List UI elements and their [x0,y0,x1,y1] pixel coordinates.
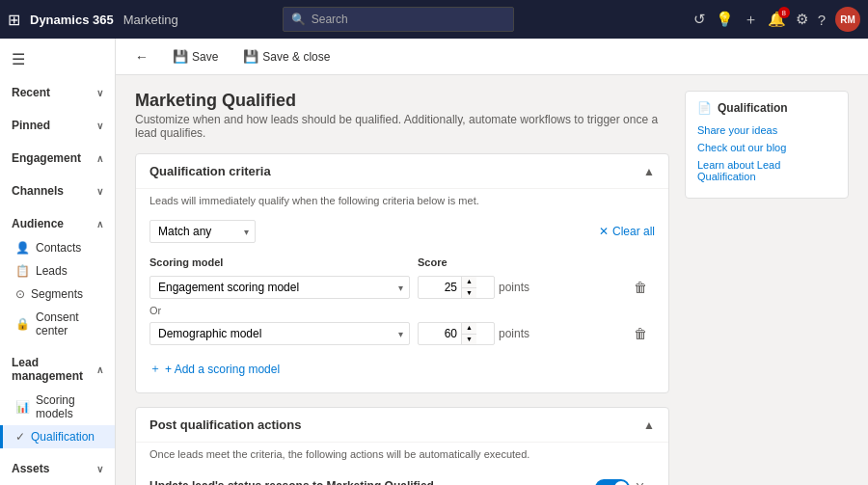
pinned-label: Pinned [12,119,50,132]
action-1-text-group: Update lead's status reasons to Marketin… [149,479,535,485]
delete-row-2-button[interactable]: 🗑 [626,326,655,341]
action-row-1: Update lead's status reasons to Marketin… [136,470,668,485]
recent-label: Recent [12,86,50,99]
scoring-model-header: Scoring model [149,256,410,268]
app-grid-icon[interactable]: ⊞ [8,11,20,29]
sidebar-group-assets-header[interactable]: Assets ∨ [0,456,115,481]
match-select-wrap[interactable]: Match any Match all [149,220,256,243]
side-panel-icon: 📄 [697,101,712,115]
lightbulb-icon[interactable]: 💡 [716,11,734,28]
search-icon: 🔍 [291,13,306,26]
sidebar-group-recent: Recent ∨ [0,76,115,109]
audience-label: Audience [12,217,64,230]
sidebar-group-audience-header[interactable]: Audience ∧ [0,211,115,236]
sidebar-group-channels: Channels ∨ [0,175,115,207]
add-scoring-model-button[interactable]: ＋ + Add a scoring model [136,355,293,383]
score-input-wrap-2: ▲ ▼ points [418,322,553,345]
sidebar-item-consent-center[interactable]: 🔒 Consent center [0,306,115,342]
sidebar-group-lead-management-header[interactable]: Lead management ∧ [0,350,115,389]
score-composite-1[interactable]: ▲ ▼ [418,276,495,299]
save-button[interactable]: 💾 Save [162,44,229,68]
scoring-model-select-1[interactable]: Engagement scoring model [149,276,410,299]
match-select[interactable]: Match any Match all [149,220,256,243]
score-composite-2[interactable]: ▲ ▼ [418,322,495,345]
side-panel-link-1[interactable]: Share your ideas [697,124,836,136]
qualification-label: Qualification [31,430,95,444]
consent-icon: 🔒 [15,317,30,331]
score-down-1[interactable]: ▼ [462,288,476,298]
save-close-button[interactable]: 💾 Save & close [232,44,340,68]
user-avatar[interactable]: RM [835,7,860,32]
score-input-1[interactable] [419,278,461,297]
toolbar: ← 💾 Save 💾 Save & close [116,39,868,75]
scoring-model-select-wrap-1[interactable]: Engagement scoring model [149,276,410,299]
help-icon[interactable]: ? [818,12,826,28]
scoring-model-select-2[interactable]: Demographic model [149,322,410,345]
sidebar-group-engagement-header[interactable]: Engagement ∧ [0,146,115,171]
segments-icon: ⊙ [15,287,25,301]
save-icon: 💾 [173,49,188,64]
scoring-models-icon: 📊 [15,400,30,414]
scoring-model-select-wrap-2[interactable]: Demographic model [149,322,410,345]
page-subtitle: Customize when and how leads should be q… [135,113,669,140]
qualification-icon: ✓ [15,430,25,444]
sidebar-group-audience: Audience ∧ 👤 Contacts 📋 Leads ⊙ Segments… [0,207,115,346]
side-panel-link-3[interactable]: Learn about Lead Qualification [697,159,836,182]
contacts-icon: 👤 [15,241,30,255]
channels-chevron: ∨ [96,186,103,197]
consent-label: Consent center [36,310,103,337]
scoring-row-1: Engagement scoring model ▲ ▼ [136,272,668,303]
page-content: Marketing Qualified Customize when and h… [116,75,868,485]
qualification-criteria-title: Qualification criteria [149,164,271,178]
score-input-wrap-1: ▲ ▼ points [418,276,553,299]
lead-management-chevron: ∧ [96,364,103,375]
scoring-header-row: Scoring model Score [136,253,668,272]
search-placeholder: Search [312,13,348,26]
sidebar-item-contacts[interactable]: 👤 Contacts [0,236,115,259]
post-qualification-card: Post qualification actions ▲ Once leads … [135,407,669,485]
save-label: Save [192,50,218,64]
sidebar-item-leads[interactable]: 📋 Leads [0,259,115,283]
delete-row-1-button[interactable]: 🗑 [626,280,655,295]
sidebar-item-scoring-models[interactable]: 📊 Scoring models [0,389,115,425]
sidebar-item-qualification[interactable]: ✓ Qualification [0,425,115,448]
score-down-2[interactable]: ▼ [462,335,476,344]
side-panel-link-2[interactable]: Check out our blog [697,142,836,153]
hamburger-menu[interactable]: ☰ [0,42,115,76]
bell-icon[interactable]: 🔔8 [768,11,786,28]
sidebar-group-channels-header[interactable]: Channels ∨ [0,178,115,203]
or-connector: Or [136,303,668,318]
audience-chevron: ∧ [96,219,103,229]
brand-name: Dynamics 365 [30,13,114,27]
action-row-1-top: Update lead's status reasons to Marketin… [149,479,655,485]
clear-all-button[interactable]: ✕ Clear all [599,225,655,238]
back-button[interactable]: ← [131,45,152,68]
sidebar-group-recent-header[interactable]: Recent ∨ [0,80,115,105]
assets-chevron: ∨ [96,464,103,474]
add-icon[interactable]: ＋ [744,11,758,29]
criteria-collapse-button[interactable]: ▲ [643,165,655,178]
post-qualification-title: Post qualification actions [149,418,301,432]
action-1-toggle[interactable] [595,479,630,485]
sidebar-group-pinned-header[interactable]: Pinned ∨ [0,113,115,138]
post-qual-collapse-button[interactable]: ▲ [643,418,655,432]
points-label-2: points [499,327,529,340]
scoring-row-2: Demographic model ▲ ▼ points [136,318,668,349]
engagement-label: Engagement [12,151,81,165]
score-input-2[interactable] [419,324,461,343]
refresh-icon[interactable]: ↺ [693,11,706,28]
settings-icon[interactable]: ⚙ [796,11,808,28]
sidebar-item-segments[interactable]: ⊙ Segments [0,283,115,306]
score-up-2[interactable]: ▲ [462,323,476,334]
scoring-models-label: Scoring models [36,393,103,420]
sidebar-group-engagement: Engagement ∧ [0,142,115,175]
save-close-label: Save & close [262,50,330,64]
page-main: Marketing Qualified Customize when and h… [135,91,669,470]
page-title: Marketing Qualified [135,91,669,111]
qualification-criteria-header: Qualification criteria ▲ [136,154,668,189]
recent-chevron: ∨ [96,88,103,98]
post-qual-subtitle: Once leads meet the criteria, the follow… [136,443,668,470]
search-box[interactable]: 🔍 Search [283,7,514,32]
clear-all-x-icon: ✕ [599,225,609,238]
score-up-1[interactable]: ▲ [462,277,476,287]
